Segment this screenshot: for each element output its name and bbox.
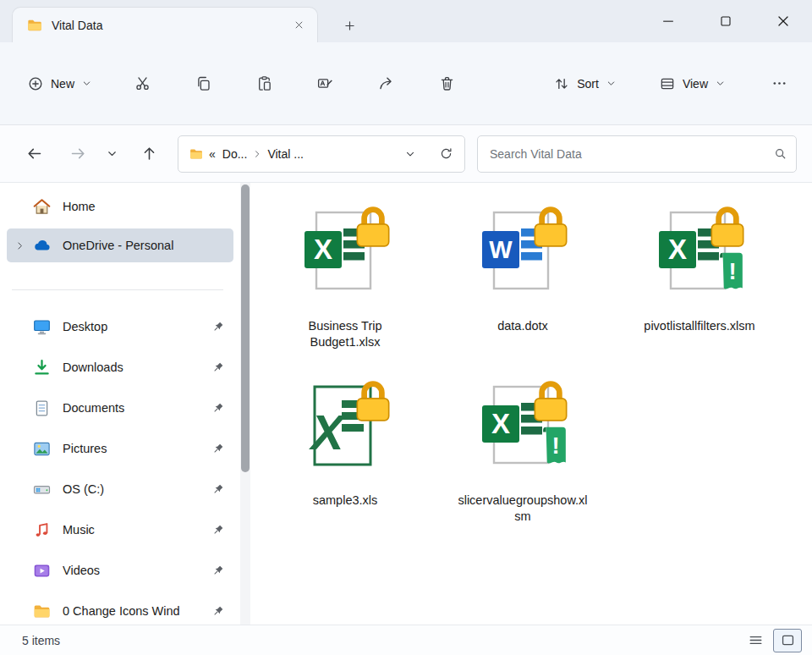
pictures-icon [32, 439, 52, 459]
copy-button[interactable] [184, 67, 222, 101]
maximize-button[interactable] [697, 0, 754, 42]
videos-icon [32, 561, 52, 581]
command-toolbar: New Sort [0, 42, 812, 125]
navigation-bar: « Do... Vital ... [0, 125, 812, 183]
back-button[interactable] [17, 137, 51, 171]
view-toggles [743, 629, 802, 652]
file-name: data.dotx [457, 318, 589, 334]
delete-button[interactable] [427, 67, 466, 101]
file-name: sample3.xls [279, 493, 411, 509]
cut-button[interactable] [123, 67, 162, 101]
sidebar-item-music[interactable]: Music [7, 513, 233, 547]
forward-button[interactable] [61, 137, 95, 171]
home-icon [32, 197, 52, 217]
chevron-slot [7, 513, 32, 547]
folder-icon [189, 146, 204, 162]
address-dropdown-button[interactable] [397, 140, 424, 168]
up-button[interactable] [132, 137, 166, 171]
breadcrumb-parent[interactable]: Do... [217, 145, 253, 163]
breadcrumb-overflow[interactable]: « [204, 145, 217, 163]
sidebar-item-downloads[interactable]: Downloads [7, 350, 233, 384]
large-icons-view-button[interactable] [773, 629, 802, 652]
pin-icon [211, 320, 225, 334]
chevron-down-icon [106, 147, 118, 160]
chevron-down-icon [715, 78, 726, 89]
music-icon [32, 520, 52, 540]
file-pivotlistallfilters-xlsm[interactable]: pivotlistallfilters.xlsm [615, 188, 784, 357]
downloads-icon [32, 358, 52, 377]
share-button[interactable] [366, 67, 405, 101]
sidebar-item-label: 0 Change Icons Wind [63, 604, 211, 618]
sidebar-item-label: OneDrive - Personal [63, 239, 233, 252]
chevron-slot [7, 594, 32, 628]
expand-chevron[interactable] [7, 228, 32, 262]
close-icon [293, 19, 305, 31]
large-icons-view-icon [780, 632, 796, 648]
excel-macro-lock-icon [469, 375, 577, 478]
minimize-icon [660, 13, 677, 30]
navigation-pane: Home OneDrive - Personal Desktop Downloa… [0, 183, 240, 625]
scrollbar-thumb[interactable] [241, 184, 250, 472]
sidebar-item-label: Downloads [63, 361, 211, 374]
explorer-tab[interactable]: Vital Data [12, 7, 318, 42]
sidebar-item-label: OS (C:) [63, 482, 211, 496]
plus-icon [343, 19, 357, 33]
file-name: slicervaluegroupshow.xlsm [457, 493, 589, 525]
sidebar-item-documents[interactable]: Documents [7, 391, 233, 425]
rename-button[interactable] [305, 67, 344, 101]
file-data-dotx[interactable]: data.dotx [438, 188, 607, 357]
chevron-slot [7, 472, 32, 506]
chevron-right-icon [252, 149, 262, 159]
new-button[interactable]: New [17, 67, 102, 101]
recent-locations-button[interactable] [100, 137, 123, 171]
status-bar: 5 items [0, 625, 812, 655]
file-list: Business Trip Budget1.xlsx data.dotx piv… [250, 183, 812, 625]
chevron-slot [7, 391, 32, 425]
view-icon [659, 75, 676, 92]
sidebar-item-0-change-icons-wind[interactable]: 0 Change Icons Wind [7, 594, 233, 628]
items-count: 5 items [22, 634, 60, 647]
chevron-slot [7, 432, 32, 465]
sidebar-item-onedrive[interactable]: OneDrive - Personal [7, 228, 233, 262]
sort-button[interactable]: Sort [545, 67, 625, 101]
new-tab-button[interactable] [335, 11, 364, 40]
view-button[interactable]: View [650, 67, 734, 101]
search-input[interactable] [490, 147, 773, 161]
folder-icon [26, 17, 43, 34]
close-window-button[interactable] [754, 0, 812, 42]
paste-button[interactable] [244, 67, 283, 101]
file-slicervaluegroupshow-xlsm[interactable]: slicervaluegroupshow.xlsm [438, 362, 607, 531]
see-more-button[interactable] [760, 67, 798, 101]
new-plus-icon [27, 75, 44, 92]
file-explorer-window: Vital Data New [0, 0, 812, 655]
copy-icon [195, 74, 212, 92]
file-business-trip-budget1-xlsx[interactable]: Business Trip Budget1.xlsx [261, 188, 430, 357]
sidebar-item-desktop[interactable]: Desktop [7, 310, 233, 344]
excel-macro-lock-icon [645, 201, 754, 304]
excel-legacy-lock-icon [291, 375, 399, 478]
minimize-button[interactable] [639, 0, 697, 42]
more-dots-icon [771, 74, 788, 92]
sidebar-item-home[interactable]: Home [7, 190, 233, 223]
chevron-down-icon [404, 148, 416, 160]
pin-icon [211, 482, 225, 497]
arrow-left-icon [25, 145, 43, 162]
excel-macro-locked-file-icon [615, 188, 784, 316]
address-bar[interactable]: « Do... Vital ... [178, 135, 465, 173]
refresh-button[interactable] [432, 140, 459, 168]
breadcrumb-current[interactable]: Vital ... [262, 145, 309, 163]
sidebar-item-videos[interactable]: Videos [7, 553, 233, 587]
excel-legacy-locked-file-icon [261, 362, 430, 491]
details-view-button[interactable] [743, 630, 768, 652]
sidebar-item-os-c[interactable]: OS (C:) [7, 472, 233, 506]
search-box [477, 135, 797, 173]
file-name: pivotlistallfilters.xlsm [634, 318, 765, 334]
tab-close-button[interactable] [287, 14, 310, 37]
sidebar-item-pictures[interactable]: Pictures [7, 432, 233, 465]
sidebar-scrollbar[interactable] [240, 183, 250, 625]
sidebar-item-label: Desktop [63, 320, 211, 333]
chevron-slot [7, 553, 32, 587]
folder-icon [32, 602, 52, 621]
file-sample3-xls[interactable]: sample3.xls [261, 362, 430, 531]
window-controls [639, 0, 812, 42]
